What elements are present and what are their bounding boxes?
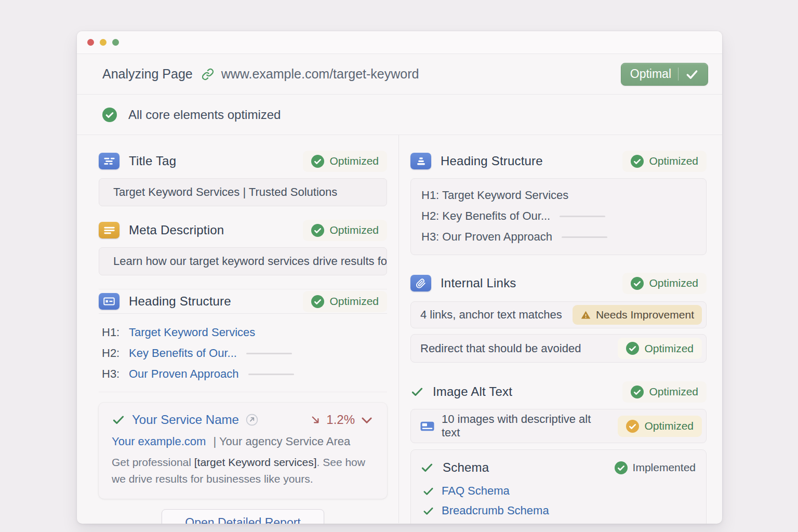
heading-row-h3: H3: Our Proven Approach <box>102 364 387 384</box>
optimal-status-button[interactable]: Optimal <box>621 63 708 86</box>
internal-links-row-anchor: 4 links, anchor text matches Needs Impro… <box>410 301 707 328</box>
heading-structure-section-header: Heading Structure Optimized <box>99 289 387 314</box>
internal-links-title: Internal Links <box>441 276 516 290</box>
serp-desc-keyword: [target Keyword services] <box>194 456 317 468</box>
image-icon <box>420 421 434 431</box>
heading-link[interactable]: Our Proven Approach <box>129 367 239 381</box>
check-icon <box>685 68 699 81</box>
check-circle-icon <box>102 108 117 122</box>
serp-url-rest: | Your agency Service Area <box>214 435 351 448</box>
maximize-window-icon[interactable] <box>112 39 119 46</box>
check-circle-icon <box>626 342 639 355</box>
schema-item-faq: FAQ Schema <box>422 481 697 501</box>
heading-text: H1: Target Keyword Services <box>421 189 568 202</box>
badge-label: Optimized <box>329 155 379 167</box>
check-circle-icon <box>311 295 324 308</box>
heading-link[interactable]: Key Benefits of Our... <box>129 347 237 360</box>
badge-label: Optimized <box>329 224 379 236</box>
analysis-header: Analyzing Page www.example.com/target-ke… <box>77 54 722 95</box>
image-alt-status-badge: Optimized <box>622 381 707 403</box>
button-divider <box>678 68 679 81</box>
heading-list: H1: Target Keyword Services H2: Key Bene… <box>99 314 387 392</box>
serp-desc-before: Get professional <box>112 456 194 468</box>
open-detailed-report-button[interactable]: Open Detailed Report <box>162 509 324 524</box>
image-alt-row-badge: Optimized <box>618 416 702 437</box>
heading-structure-box: H1: Target Keyword Services H2: Key Bene… <box>410 178 707 255</box>
heading-structure-icon <box>99 293 119 310</box>
image-alt-section-header: Image Alt Text Optimized <box>410 380 707 403</box>
summary-row: All core elements optimized <box>77 95 722 135</box>
serp-url-link[interactable]: Your example.com <box>112 435 206 448</box>
warning-triangle-icon <box>580 310 591 321</box>
title-tag-icon <box>99 153 119 169</box>
green-check-icon <box>410 385 424 398</box>
serp-url-line: Your example.com | Your agency Service A… <box>112 435 374 448</box>
heading-structure-title: Heading Structure <box>441 154 543 168</box>
internal-links-row-redirect: Redirect that should be avoided Optimize… <box>410 334 707 363</box>
check-circle-icon <box>631 155 644 168</box>
schema-item-breadcrumb: Breadcrumb Schema <box>422 501 697 521</box>
meta-description-title: Meta Description <box>129 223 224 237</box>
serp-title-row: Your Service Name 1.2% <box>112 413 374 427</box>
needs-improvement-badge: Needs Improvement <box>573 305 702 325</box>
schema-status-badge: Implemented <box>606 457 697 478</box>
badge-label: Optimized <box>649 277 698 289</box>
ranking-trend: 1.2% <box>310 413 374 427</box>
heading-structure-title: Heading Structure <box>129 294 231 309</box>
badge-label: Implemented <box>633 461 696 474</box>
link-chain-icon <box>201 68 215 81</box>
green-check-icon <box>112 413 125 427</box>
analyzed-url[interactable]: www.example.com/target-keyword <box>221 66 419 82</box>
heading-level-label: H2: <box>102 347 129 360</box>
heading-structure-status-badge: Optimized <box>622 151 707 172</box>
right-column: Heading Structure Optimized H1: Target K… <box>399 135 722 523</box>
chevron-down-icon[interactable] <box>360 413 374 427</box>
info-arrow-icon[interactable] <box>246 414 258 426</box>
serp-description: Get professional [target Keyword service… <box>112 454 374 487</box>
summary-text: All core elements optimized <box>128 108 281 122</box>
image-alt-row: 10 images with descriptive alt text Opti… <box>410 409 707 443</box>
heading-text: H2: Key Benefits of Our... <box>421 209 550 223</box>
heading-level-label: H1: <box>102 326 129 339</box>
amber-check-circle-icon <box>626 420 639 433</box>
optimal-label: Optimal <box>630 67 671 81</box>
heading-text: H3: Our Proven Approach <box>421 230 552 244</box>
internal-links-section-header: Internal Links Optimized <box>410 271 707 296</box>
page-title: Analyzing Page <box>102 66 193 82</box>
schema-item-service: Service Schema <box>422 521 697 524</box>
heading-row-h2: H2: Key Benefits of Our... <box>102 343 387 364</box>
row-text: 10 images with descriptive alt text <box>442 413 610 440</box>
trend-down-arrow-icon <box>310 414 322 426</box>
schema-header: Schema Implemented <box>420 456 697 479</box>
content-area: Title Tag Optimized Target Keyword Servi… <box>77 135 722 523</box>
check-circle-icon <box>311 224 324 237</box>
close-window-icon[interactable] <box>87 39 94 46</box>
heading-hierarchy-icon <box>410 153 431 169</box>
green-check-icon <box>422 505 434 517</box>
schema-item-label[interactable]: FAQ Schema <box>442 484 510 498</box>
heading-link[interactable]: Target Keyword Services <box>129 326 255 339</box>
placeholder-line <box>246 353 292 354</box>
title-tag-section-header: Title Tag Optimized <box>99 149 387 174</box>
badge-label: Optimized <box>329 295 379 308</box>
paperclip-icon <box>410 275 431 291</box>
badge-label: Optimized <box>644 342 694 355</box>
schema-item-label[interactable]: Breadcrumb Schema <box>442 504 549 517</box>
schema-section: Schema Implemented FAQ Schema <box>410 449 707 524</box>
minimize-window-icon[interactable] <box>100 39 107 46</box>
check-circle-icon <box>631 385 644 398</box>
heading-structure-status-badge: Optimized <box>303 291 387 312</box>
schema-items: FAQ Schema Breadcrumb Schema Service Sch… <box>420 481 697 524</box>
serp-preview-card: Your Service Name 1.2% <box>99 403 387 499</box>
serp-page-title-link[interactable]: Your Service Name <box>132 413 239 427</box>
row-text: 4 links, anchor text matches <box>420 308 562 322</box>
green-check-icon <box>422 485 434 497</box>
heading-level-label: H3: <box>102 367 129 381</box>
meta-description-status-badge: Optimized <box>303 220 387 241</box>
window-titlebar <box>77 31 722 54</box>
title-tag-status-badge: Optimized <box>303 151 387 172</box>
placeholder-line <box>562 236 607 238</box>
check-circle-icon <box>631 277 644 290</box>
meta-description-value: Learn how our target keyword services dr… <box>99 247 387 275</box>
heading-row-h3: H3: Our Proven Approach <box>421 227 696 247</box>
